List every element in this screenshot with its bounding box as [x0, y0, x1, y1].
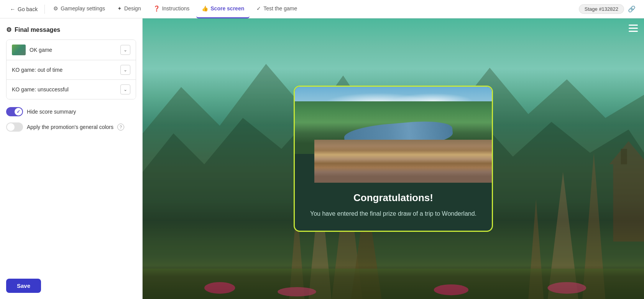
tab-gameplay[interactable]: ⚙ Gameplay settings	[48, 0, 110, 18]
toggle-track-off	[6, 122, 23, 132]
modal-content: Congratulations! You have entered the fi…	[295, 183, 492, 231]
dropdown-arrow-ko-time[interactable]: ⌄	[120, 65, 130, 75]
svg-point-15	[434, 284, 469, 295]
svg-rect-11	[621, 149, 627, 164]
tab-instructions[interactable]: ❓ Instructions	[148, 0, 195, 18]
tab-design[interactable]: ✦ Design	[112, 0, 146, 18]
palette-icon: ✦	[117, 5, 122, 12]
toggle-thumb: ✓	[15, 108, 22, 116]
sidebar-footer: Save	[6, 273, 136, 293]
tab-gameplay-label: Gameplay settings	[61, 5, 105, 12]
result-modal-card: Congratulations! You have entered the fi…	[294, 86, 493, 232]
hide-score-summary-row: ✓ Hide score summary	[6, 107, 136, 116]
svg-marker-10	[609, 141, 644, 164]
toggle-check-icon: ✓	[16, 109, 20, 114]
message-label-ko-fail: KO game: unsuccessful	[12, 86, 69, 93]
apply-colors-label: Apply the promotion's general colors	[27, 124, 113, 130]
message-item-ok[interactable]: OK game ⌄	[7, 40, 136, 60]
svg-marker-7	[547, 172, 578, 299]
message-item-ko-fail[interactable]: KO game: unsuccessful ⌄	[7, 80, 136, 99]
link-icon[interactable]: 🔗	[626, 3, 638, 15]
gear-icon: ⚙	[53, 5, 58, 12]
message-thumbnail-ok	[12, 45, 26, 55]
dropdown-arrow-ok[interactable]: ⌄	[120, 45, 130, 55]
tab-instructions-label: Instructions	[162, 5, 190, 12]
sidebar: ⚙ Final messages OK game ⌄ KO game: out …	[0, 18, 143, 299]
preview-background: Congratulations! You have entered the fi…	[143, 18, 644, 299]
stage-badge: Stage #132822	[579, 4, 624, 14]
aerial-view	[295, 87, 492, 183]
aerial-city	[314, 140, 492, 183]
thumbs-up-icon: 👍	[202, 5, 208, 12]
section-title: ⚙ Final messages	[6, 26, 136, 33]
chevron-left-icon: ←	[10, 6, 15, 12]
svg-point-16	[547, 282, 586, 294]
save-button[interactable]: Save	[6, 279, 41, 293]
svg-marker-8	[582, 153, 605, 299]
apply-colors-toggle[interactable]	[6, 122, 23, 132]
svg-rect-12	[143, 269, 644, 299]
hide-score-summary-toggle[interactable]: ✓	[6, 107, 23, 116]
toggle-thumb-off	[7, 123, 15, 131]
hamburger-menu-icon[interactable]	[629, 25, 638, 32]
message-list: OK game ⌄ KO game: out of time ⌄ KO game…	[6, 40, 136, 99]
settings-section: ✓ Hide score summary Apply the promotion…	[6, 107, 136, 132]
menu-bar-1	[629, 25, 638, 26]
message-label-ok: OK game	[30, 47, 52, 53]
svg-point-13	[204, 282, 235, 294]
go-back-label: Go back	[18, 6, 38, 12]
svg-marker-6	[528, 199, 544, 299]
check-icon: ✓	[256, 5, 261, 12]
tab-test-game[interactable]: ✓ Test the game	[251, 0, 302, 18]
message-item-left-3: KO game: unsuccessful	[12, 86, 69, 93]
tab-design-label: Design	[124, 5, 141, 12]
messages-icon: ⚙	[6, 26, 12, 33]
tab-test-label: Test the game	[263, 5, 297, 12]
main-layout: ⚙ Final messages OK game ⌄ KO game: out …	[0, 18, 644, 299]
svg-point-14	[278, 287, 316, 296]
tab-score-screen[interactable]: 👍 Score screen	[196, 0, 250, 18]
top-navigation: ← Go back ⚙ Gameplay settings ✦ Design ❓…	[0, 0, 644, 18]
svg-rect-9	[613, 164, 644, 241]
modal-body: You have entered the final prize draw of…	[306, 209, 481, 218]
message-item-left: OK game	[12, 45, 52, 55]
modal-image	[295, 87, 492, 183]
dropdown-arrow-ko-fail[interactable]: ⌄	[120, 84, 130, 94]
preview-area: Congratulations! You have entered the fi…	[143, 18, 644, 299]
tab-score-label: Score screen	[210, 5, 244, 12]
message-item-ko-time[interactable]: KO game: out of time ⌄	[7, 60, 136, 80]
menu-bar-2	[629, 28, 638, 29]
message-label-ko-time: KO game: out of time	[12, 67, 62, 73]
menu-bar-3	[629, 31, 638, 32]
thumb-image	[12, 45, 26, 55]
modal-title: Congratulations!	[306, 192, 481, 204]
help-icon[interactable]: ?	[117, 124, 124, 131]
nav-divider-1	[44, 5, 45, 14]
toggle-track-on: ✓	[6, 107, 23, 116]
apply-colors-row: Apply the promotion's general colors ?	[6, 122, 136, 132]
help-circle-icon: ❓	[153, 5, 160, 12]
message-item-left-2: KO game: out of time	[12, 67, 62, 73]
go-back-button[interactable]: ← Go back	[6, 4, 41, 15]
hide-score-label: Hide score summary	[27, 109, 76, 115]
